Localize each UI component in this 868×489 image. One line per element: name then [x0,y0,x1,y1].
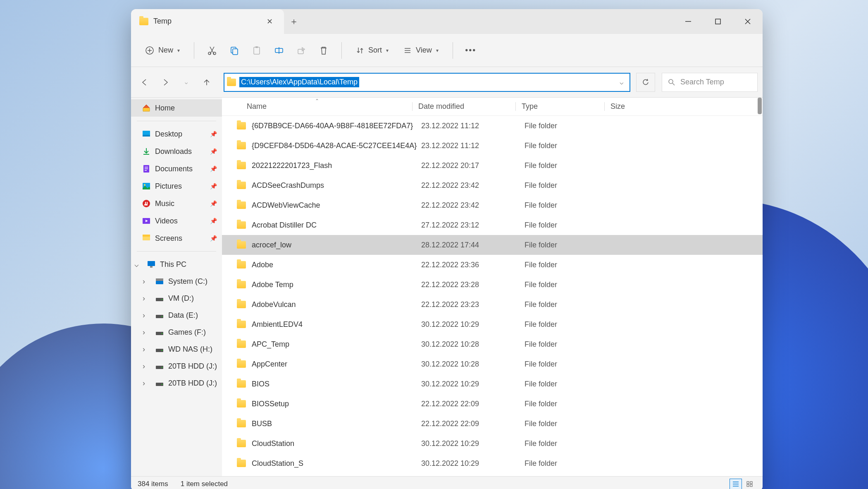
file-row[interactable]: AdobeVulcan22.12.2022 23:23File folder [222,295,763,314]
file-row[interactable]: Adobe Temp22.12.2022 23:28File folder [222,275,763,295]
sidebar-quick-item[interactable]: Pictures📌 [131,177,222,195]
folder-icon [237,321,246,328]
recent-button[interactable]: ⌵ [177,74,195,91]
sidebar-quick-item[interactable]: Music📌 [131,195,222,212]
sidebar-drive-item[interactable]: ›VM (D:) [131,290,222,307]
search-icon [668,79,675,86]
chevron-down-icon: ⌵ [185,79,188,85]
file-name: Acrobat Distiller DC [252,221,421,230]
file-type: File folder [525,280,613,289]
file-name: APC_Temp [252,340,421,349]
chevron-right-icon: › [143,362,151,371]
column-date[interactable]: Date modified [412,102,515,111]
file-row[interactable]: CloudStation_S30.12.2022 10:29File folde… [222,453,763,473]
file-date: 30.12.2022 10:29 [421,320,525,329]
sidebar-drive-item[interactable]: ›Games (F:) [131,324,222,341]
sidebar-label: Videos [155,217,178,225]
file-date: 30.12.2022 10:29 [421,459,525,468]
screens-icon [142,234,151,243]
up-button[interactable] [198,74,215,91]
svg-point-28 [162,299,162,300]
chevron-down-icon: ▾ [177,48,180,53]
documents-icon [142,164,151,173]
file-row[interactable]: AppCenter30.12.2022 10:28File folder [222,354,763,374]
file-type: File folder [525,181,613,190]
address-bar[interactable]: C:\Users\Alex\AppData\Local\Temp ⌵ [224,73,630,92]
column-type[interactable]: Type [515,102,604,111]
svg-rect-7 [254,47,260,54]
new-tab-button[interactable]: ＋ [284,9,304,34]
details-view-toggle[interactable] [730,479,742,489]
share-button[interactable] [292,41,311,60]
file-row[interactable]: BIOSSetup22.12.2022 22:09File folder [222,394,763,414]
sidebar-quick-item[interactable]: Videos📌 [131,212,222,230]
more-button[interactable]: ••• [461,41,480,60]
svg-rect-13 [143,135,150,137]
sidebar-thispc[interactable]: ⌵ This PC [131,256,222,273]
file-type: File folder [525,161,613,170]
scrollbar[interactable] [758,98,762,114]
file-date: 22.12.2022 23:42 [421,201,525,210]
delete-button[interactable] [314,41,333,60]
sidebar-quick-item[interactable]: Desktop📌 [131,125,222,143]
chevron-right-icon: › [143,294,151,303]
drive-icon [155,328,164,337]
file-name: {D9CEFD84-D5D6-4A28-ACAE-5C27CEE14E4A} [252,141,421,150]
rename-button[interactable] [269,41,289,60]
sidebar-quick-item[interactable]: Downloads📌 [131,143,222,160]
refresh-button[interactable] [636,73,655,92]
file-date: 22.12.2022 20:17 [421,161,525,170]
sidebar-drive-item[interactable]: ›Data (E:) [131,307,222,324]
cut-button[interactable] [203,41,222,60]
close-tab-button[interactable]: ✕ [263,15,276,28]
paste-button[interactable] [247,41,266,60]
address-dropdown[interactable]: ⌵ [616,78,627,86]
sidebar-quick-item[interactable]: Documents📌 [131,160,222,177]
svg-rect-39 [747,482,749,484]
file-row[interactable]: APC_Temp30.12.2022 10:28File folder [222,334,763,354]
sidebar-drive-item[interactable]: ›20TB HDD (J:) [131,375,222,392]
file-row[interactable]: BIOS30.12.2022 10:29File folder [222,374,763,394]
file-row[interactable]: {6D7BB9CE-DA66-40AA-9B8F-4818EE72FDA7}23… [222,116,763,136]
back-button[interactable] [136,74,153,91]
file-list[interactable]: {6D7BB9CE-DA66-40AA-9B8F-4818EE72FDA7}23… [222,116,763,476]
file-row[interactable]: Adobe22.12.2022 23:36File folder [222,255,763,275]
file-row[interactable]: BUSB22.12.2022 22:09File folder [222,414,763,434]
file-row[interactable]: CloudStation30.12.2022 10:29File folder [222,434,763,453]
column-size[interactable]: Size [604,102,763,111]
column-name[interactable]: ⌃Name [222,102,412,111]
view-button[interactable]: View ▾ [398,43,444,58]
forward-button[interactable] [157,74,174,91]
copy-button[interactable] [225,41,244,60]
toolbar: New ▾ Sort ▾ View ▾ ••• [131,34,763,67]
file-row[interactable]: ACDSeeCrashDumps22.12.2022 23:42File fol… [222,175,763,195]
svg-rect-6 [233,49,238,55]
close-button[interactable] [739,13,756,30]
sort-icon [356,46,364,55]
file-row[interactable]: acrocef_low28.12.2022 17:44File folder [222,235,763,255]
minimize-button[interactable] [680,13,696,30]
file-date: 23.12.2022 11:12 [421,122,525,130]
tab-active[interactable]: Temp ✕ [131,9,284,34]
thumbnails-view-toggle[interactable] [744,479,756,489]
new-button[interactable]: New ▾ [139,43,186,58]
file-date: 22.12.2022 22:09 [421,419,525,428]
sidebar-drive-item[interactable]: ›WD NAS (H:) [131,341,222,358]
sidebar-quick-item[interactable]: Screens📌 [131,230,222,247]
search-box[interactable]: Search Temp [662,73,758,92]
file-date: 27.12.2022 23:12 [421,221,525,230]
file-row[interactable]: AmbientLEDV430.12.2022 10:29File folder [222,314,763,334]
pin-icon: 📌 [210,183,217,189]
sidebar-home[interactable]: Home [131,99,222,117]
file-row[interactable]: 20221222201723_Flash22.12.2022 20:17File… [222,156,763,175]
drive-icon [155,345,164,354]
sidebar-drive-item[interactable]: ›System (C:) [131,273,222,290]
file-type: File folder [525,141,613,150]
file-row[interactable]: Acrobat Distiller DC27.12.2022 23:12File… [222,215,763,235]
sidebar-drive-item[interactable]: ›20TB HDD (J:) [131,358,222,375]
file-row[interactable]: {D9CEFD84-D5D6-4A28-ACAE-5C27CEE14E4A}23… [222,136,763,156]
maximize-button[interactable] [710,13,726,30]
file-row[interactable]: ACDWebViewCache22.12.2022 23:42File fold… [222,195,763,215]
sort-button[interactable]: Sort ▾ [350,43,394,58]
folder-icon [237,182,246,189]
